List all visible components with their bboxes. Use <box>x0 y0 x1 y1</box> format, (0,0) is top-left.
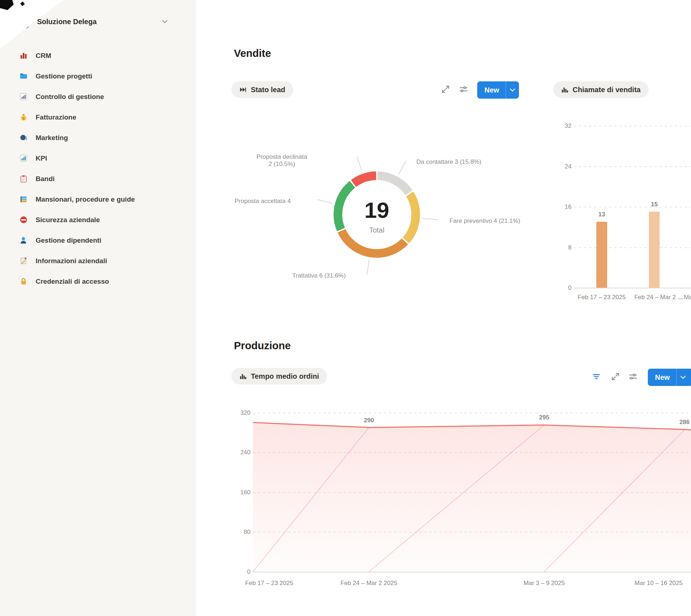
sidebar-nav: CRM Gestione progetti Controllo di gesti… <box>0 45 195 292</box>
sidebar-item-label: Sicurezza aziendale <box>36 216 100 224</box>
point-value-label: 295 <box>533 414 555 421</box>
sidebar-item-crm[interactable]: CRM <box>0 45 195 66</box>
sidebar-item-label: Gestione progetti <box>36 72 92 80</box>
x-axis-line <box>574 288 691 288</box>
sidebar-item-marketing[interactable]: Marketing <box>0 127 195 148</box>
donut-label-line: Proposta declinata <box>240 153 323 161</box>
donut-label-line: 2 (10.5%) <box>240 161 323 168</box>
donut-segment[interactable] <box>338 184 352 230</box>
sidebar-item-label: Mansionari, procedure e guide <box>36 195 135 203</box>
donut-segment[interactable] <box>353 176 376 184</box>
sidebar-item-gestione-dipendenti[interactable]: Gestione dipendenti <box>0 230 195 251</box>
sidebar-item-gestione-progetti[interactable]: Gestione progetti <box>0 66 195 86</box>
expand-icon <box>441 85 450 94</box>
sidebar-item-label: Bandi <box>36 175 55 183</box>
donut-segment[interactable] <box>378 176 409 193</box>
folder-icon <box>19 72 28 80</box>
donut-label-fare-preventivo: Fare preventivo 4 (21.1%) <box>450 217 521 225</box>
y-tick: 0 <box>561 284 572 292</box>
label-leader-line <box>317 199 333 203</box>
y-tick: 32 <box>561 122 572 130</box>
gridline <box>574 207 691 207</box>
donut-segment[interactable] <box>406 194 416 240</box>
sidebar-item-label: Informazioni aziendali <box>36 257 107 265</box>
filter-button[interactable] <box>591 371 602 382</box>
stato-lead-chip-label: Stato lead <box>251 86 285 94</box>
donut-label-proposta-declinata: Proposta declinata 2 (10.5%) <box>240 153 323 168</box>
sliders-icon <box>628 372 638 381</box>
red-bars-icon <box>19 51 28 60</box>
person-icon <box>19 236 28 244</box>
stato-lead-view-chip[interactable]: Stato lead <box>231 81 293 98</box>
area-chart-canvas <box>253 407 691 576</box>
vendite-new-button[interactable]: New <box>477 81 519 99</box>
chevron-down-icon[interactable] <box>677 369 690 386</box>
expand-chart-button[interactable] <box>440 84 451 95</box>
no-entry-icon <box>19 216 28 224</box>
tempo-medio-ordini-chip[interactable]: Tempo medio ordini <box>231 368 327 385</box>
x-tick-label: Feb 17 – 23 2025 <box>233 580 305 587</box>
chiamate-chip-label: Chiamate di vendita <box>573 86 641 94</box>
workspace-name: Soluzione Delega <box>37 18 97 26</box>
svg-text:$: $ <box>23 117 24 120</box>
x-tick-label: Feb 17 – 23 2025 <box>573 294 631 301</box>
area-fill <box>253 423 691 572</box>
sidebar-item-label: Credenziali di accesso <box>36 278 109 285</box>
bar-chart-icon <box>561 86 568 93</box>
ledger-icon <box>19 195 28 203</box>
sidebar-item-label: Fatturazione <box>36 113 76 121</box>
bar-feb-24-mar-2[interactable] <box>649 212 660 288</box>
money-bag-icon: $ <box>19 113 28 121</box>
donut-total-value: 19 <box>352 197 402 223</box>
chart-panel-icon <box>19 93 28 101</box>
board-view-icon <box>239 86 247 93</box>
lock-icon <box>19 277 28 285</box>
speaking-head-icon <box>19 134 28 142</box>
bar-value-label: 15 <box>647 201 661 208</box>
bar-value-label: 13 <box>595 211 609 218</box>
produzione-new-button[interactable]: New <box>648 369 691 386</box>
sidebar-item-informazioni[interactable]: Informazioni aziendali <box>0 251 195 271</box>
tempo-chip-label: Tempo medio ordini <box>251 372 319 381</box>
donut-label-da-contattare: Da contattare 3 (15.8%) <box>416 158 481 166</box>
new-button-label[interactable]: New <box>477 81 506 99</box>
sidebar-item-kpi[interactable]: KPI <box>0 148 195 168</box>
y-tick: 240 <box>232 449 250 456</box>
chiamate-di-vendita-chip[interactable]: Chiamate di vendita <box>553 81 649 98</box>
y-tick: 320 <box>232 409 250 417</box>
chevron-down-icon[interactable] <box>506 81 519 99</box>
bar-chart-icon <box>239 373 247 380</box>
sidebar-item-fatturazione[interactable]: $ Fatturazione <box>0 107 195 127</box>
gridline <box>574 166 691 167</box>
y-tick: 0 <box>232 568 250 576</box>
label-leader-line <box>357 157 362 171</box>
gridline <box>574 126 691 126</box>
sidebar-item-bandi[interactable]: Bandi <box>0 168 195 189</box>
memo-icon <box>19 257 28 265</box>
new-button-label[interactable]: New <box>648 369 676 386</box>
sidebar: S Soluzione Delega CRM Gestione progetti <box>0 0 195 616</box>
sidebar-item-sicurezza[interactable]: Sicurezza aziendale <box>0 210 195 230</box>
x-tick-label: Feb 24 – Mar 2 2025 <box>333 580 405 587</box>
chart-settings-button[interactable] <box>458 84 469 95</box>
sidebar-item-label: CRM <box>36 52 51 60</box>
sidebar-item-credenziali[interactable]: Credenziali di accesso <box>0 271 195 292</box>
chart-settings-button[interactable] <box>627 371 639 382</box>
y-tick: 8 <box>561 244 572 251</box>
filter-icon <box>592 372 601 381</box>
sidebar-item-controllo-di-gestione[interactable]: Controllo di gestione <box>0 86 195 107</box>
bar-feb-17-23[interactable] <box>596 222 607 288</box>
sidebar-item-label: Marketing <box>36 134 68 142</box>
sidebar-item-label: KPI <box>36 154 47 162</box>
sales-calls-bar-chart: 32 24 16 8 0 13 15 Feb 17 – 23 2025 Feb … <box>561 119 691 313</box>
expand-chart-button[interactable] <box>610 371 621 382</box>
tempo-medio-ordini-area-chart: 320 240 160 80 0 290 295 286 Feb 17 – 23… <box>230 407 691 601</box>
donut-label-trattativa: Trattativa 6 (31.6%) <box>292 272 346 279</box>
y-tick: 80 <box>232 529 250 536</box>
vendite-section-title: Vendite <box>234 48 271 59</box>
sliders-icon <box>459 85 468 94</box>
x-tick-label: Mar 10 – 16 2025 <box>623 580 691 587</box>
label-leader-line <box>423 218 438 220</box>
sidebar-item-mansionari[interactable]: Mansionari, procedure e guide <box>0 189 195 210</box>
y-tick: 24 <box>561 163 572 170</box>
